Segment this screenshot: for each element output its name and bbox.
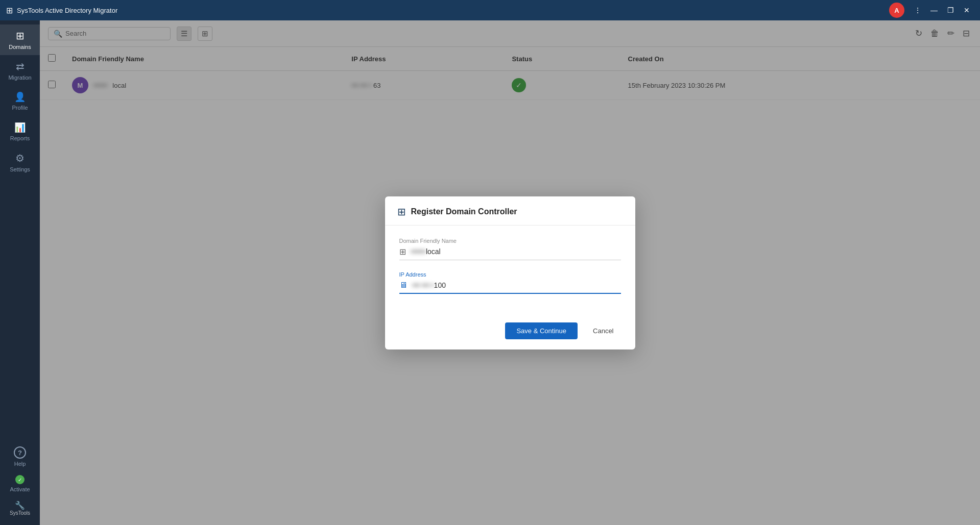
- register-dialog: ⊞ Register Domain Controller Domain Frie…: [385, 196, 635, 349]
- sidebar-item-migration[interactable]: ⇄ Migration: [0, 55, 40, 86]
- dialog-body: Domain Friendly Name ⊞ ••••••local IP Ad…: [385, 226, 635, 315]
- dialog-title: Register Domain Controller: [411, 207, 517, 216]
- sidebar-item-reports[interactable]: 📊 Reports: [0, 116, 40, 147]
- ip-field-icon: 🖥: [399, 281, 408, 290]
- close-button[interactable]: ✕: [960, 3, 974, 17]
- dialog-header: ⊞ Register Domain Controller: [385, 196, 635, 226]
- activate-icon: ✓: [15, 475, 25, 484]
- ip-address-row: 🖥 ••• ••• •100: [399, 281, 621, 294]
- domain-name-value: ••••••local: [411, 247, 441, 256]
- cancel-button[interactable]: Cancel: [584, 322, 623, 339]
- sidebar-item-domains[interactable]: ⊞ Domains: [0, 24, 40, 55]
- sidebar-label-reports: Reports: [10, 135, 30, 141]
- sidebar-label-migration: Migration: [8, 74, 31, 81]
- domain-name-label: Domain Friendly Name: [399, 238, 621, 244]
- domain-name-blurred: ••••••: [411, 247, 426, 256]
- user-avatar[interactable]: A: [889, 3, 904, 18]
- ip-address-blurred: ••• ••• •: [413, 281, 434, 289]
- sidebar-label-settings: Settings: [10, 166, 30, 172]
- sidebar-item-activate[interactable]: ✓ Activate: [10, 471, 30, 496]
- menu-button[interactable]: ⋮: [911, 3, 925, 17]
- dialog-footer: Save & Continue Cancel: [385, 315, 635, 349]
- systools-logo: 🔧 SysTools: [8, 496, 32, 520]
- save-continue-button[interactable]: Save & Continue: [505, 322, 578, 339]
- domains-icon: ⊞: [16, 30, 25, 42]
- maximize-button[interactable]: ❐: [943, 3, 958, 17]
- sidebar-label-activate: Activate: [10, 486, 30, 492]
- ip-address-value: ••• ••• •100: [413, 281, 446, 289]
- sidebar-label-profile: Profile: [12, 105, 28, 111]
- migration-icon: ⇄: [16, 60, 25, 72]
- app-logo-icon: ⊞: [6, 6, 13, 15]
- domain-name-field: Domain Friendly Name ⊞ ••••••local: [399, 238, 621, 260]
- modal-overlay: ⊞ Register Domain Controller Domain Frie…: [40, 20, 980, 525]
- sidebar-item-settings[interactable]: ⚙ Settings: [0, 147, 40, 178]
- profile-icon: 👤: [14, 91, 26, 103]
- ip-address-label: IP Address: [399, 271, 621, 278]
- domain-name-row: ⊞ ••••••local: [399, 247, 621, 260]
- sidebar-item-profile[interactable]: 👤 Profile: [0, 86, 40, 116]
- help-icon: ?: [14, 446, 26, 459]
- ip-address-field: IP Address 🖥 ••• ••• •100: [399, 271, 621, 294]
- main-content: 🔍 ☰ ⊞ ↻ 🗑 ✏ ⊟: [40, 20, 980, 525]
- settings-icon: ⚙: [15, 152, 25, 164]
- reports-icon: 📊: [14, 122, 26, 133]
- domain-field-icon: ⊞: [399, 247, 406, 257]
- sidebar: ⊞ Domains ⇄ Migration 👤 Profile 📊 Report…: [0, 20, 40, 525]
- dialog-header-icon: ⊞: [397, 206, 406, 218]
- app-title: SysTools Active Directory Migrator: [17, 7, 117, 14]
- sidebar-item-help[interactable]: ? Help: [14, 442, 26, 471]
- title-bar: ⊞ SysTools Active Directory Migrator A ⋮…: [0, 0, 980, 20]
- sidebar-label-domains: Domains: [9, 44, 31, 50]
- minimize-button[interactable]: —: [927, 3, 941, 17]
- sidebar-label-help: Help: [14, 461, 26, 467]
